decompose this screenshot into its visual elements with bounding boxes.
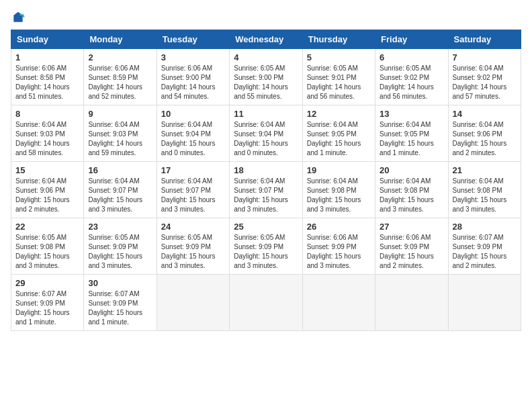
day-info: Sunrise: 6:06 AMSunset: 8:59 PMDaylight:… (88, 64, 152, 101)
day-number: 13 (380, 109, 443, 119)
day-number: 12 (307, 109, 371, 119)
day-info: Sunrise: 6:04 AMSunset: 9:04 PMDaylight:… (234, 120, 298, 158)
day-info: Sunrise: 6:04 AMSunset: 9:06 PMDaylight:… (15, 177, 79, 214)
day-number: 10 (161, 109, 225, 119)
calendar-cell: 1Sunrise: 6:06 AMSunset: 8:58 PMDaylight… (11, 49, 84, 105)
calendar-cell: 4Sunrise: 6:05 AMSunset: 9:00 PMDaylight… (230, 49, 302, 105)
day-info: Sunrise: 6:04 AMSunset: 9:08 PMDaylight:… (307, 177, 371, 214)
calendar-cell: 24Sunrise: 6:05 AMSunset: 9:09 PMDayligh… (157, 218, 229, 275)
day-header-thursday: Thursday (302, 30, 375, 49)
day-info: Sunrise: 6:04 AMSunset: 9:03 PMDaylight:… (88, 120, 152, 158)
calendar-cell: 29Sunrise: 6:07 AMSunset: 9:09 PMDayligh… (11, 275, 84, 331)
calendar-cell: 3Sunrise: 6:06 AMSunset: 9:00 PMDaylight… (157, 49, 229, 105)
calendar-cell: 19Sunrise: 6:04 AMSunset: 9:08 PMDayligh… (302, 162, 375, 218)
day-number: 6 (380, 52, 443, 62)
calendar-week-3: 15Sunrise: 6:04 AMSunset: 9:06 PMDayligh… (11, 162, 521, 218)
calendar-cell: 18Sunrise: 6:04 AMSunset: 9:07 PMDayligh… (230, 162, 302, 218)
day-info: Sunrise: 6:05 AMSunset: 9:02 PMDaylight:… (380, 64, 443, 101)
day-info: Sunrise: 6:05 AMSunset: 9:01 PMDaylight:… (307, 64, 371, 101)
day-number: 16 (88, 165, 152, 175)
calendar-cell: 20Sunrise: 6:04 AMSunset: 9:08 PMDayligh… (375, 162, 448, 218)
day-info: Sunrise: 6:05 AMSunset: 9:09 PMDaylight:… (88, 233, 152, 271)
day-info: Sunrise: 6:06 AMSunset: 9:00 PMDaylight:… (161, 64, 225, 101)
day-info: Sunrise: 6:07 AMSunset: 9:09 PMDaylight:… (15, 289, 79, 327)
day-number: 23 (88, 222, 152, 232)
day-info: Sunrise: 6:04 AMSunset: 9:07 PMDaylight:… (161, 177, 225, 214)
day-info: Sunrise: 6:05 AMSunset: 9:00 PMDaylight:… (234, 64, 298, 101)
calendar-cell: 26Sunrise: 6:06 AMSunset: 9:09 PMDayligh… (302, 218, 375, 275)
day-number: 18 (234, 165, 298, 175)
calendar-cell: 2Sunrise: 6:06 AMSunset: 8:59 PMDaylight… (84, 49, 157, 105)
day-number: 15 (15, 165, 79, 175)
calendar-cell: 17Sunrise: 6:04 AMSunset: 9:07 PMDayligh… (157, 162, 229, 218)
calendar-cell: 8Sunrise: 6:04 AMSunset: 9:03 PMDaylight… (11, 105, 84, 162)
day-header-friday: Friday (375, 30, 448, 49)
calendar-cell (375, 275, 448, 331)
day-info: Sunrise: 6:07 AMSunset: 9:09 PMDaylight:… (88, 289, 152, 327)
day-number: 9 (88, 109, 152, 119)
calendar-cell: 30Sunrise: 6:07 AMSunset: 9:09 PMDayligh… (84, 275, 157, 331)
day-number: 3 (161, 52, 225, 62)
calendar-week-1: 1Sunrise: 6:06 AMSunset: 8:58 PMDaylight… (11, 49, 521, 105)
calendar-header-row: SundayMondayTuesdayWednesdayThursdayFrid… (11, 30, 521, 49)
calendar-cell: 13Sunrise: 6:04 AMSunset: 9:05 PMDayligh… (375, 105, 448, 162)
calendar-cell: 9Sunrise: 6:04 AMSunset: 9:03 PMDaylight… (84, 105, 157, 162)
calendar-cell: 16Sunrise: 6:04 AMSunset: 9:07 PMDayligh… (84, 162, 157, 218)
calendar-cell: 27Sunrise: 6:06 AMSunset: 9:09 PMDayligh… (375, 218, 448, 275)
day-number: 5 (307, 52, 371, 62)
logo (11, 11, 25, 21)
day-info: Sunrise: 6:06 AMSunset: 9:09 PMDaylight:… (380, 233, 443, 271)
calendar-cell (448, 275, 521, 331)
calendar-cell: 25Sunrise: 6:05 AMSunset: 9:09 PMDayligh… (230, 218, 302, 275)
day-info: Sunrise: 6:04 AMSunset: 9:03 PMDaylight:… (15, 120, 79, 158)
calendar-week-2: 8Sunrise: 6:04 AMSunset: 9:03 PMDaylight… (11, 105, 521, 162)
calendar-cell: 6Sunrise: 6:05 AMSunset: 9:02 PMDaylight… (375, 49, 448, 105)
day-info: Sunrise: 6:04 AMSunset: 9:05 PMDaylight:… (380, 120, 443, 158)
day-info: Sunrise: 6:05 AMSunset: 9:08 PMDaylight:… (15, 233, 79, 271)
calendar-cell: 7Sunrise: 6:04 AMSunset: 9:02 PMDaylight… (448, 49, 521, 105)
day-info: Sunrise: 6:04 AMSunset: 9:07 PMDaylight:… (88, 177, 152, 214)
day-number: 8 (15, 109, 79, 119)
day-info: Sunrise: 6:04 AMSunset: 9:02 PMDaylight:… (453, 64, 517, 101)
day-info: Sunrise: 6:04 AMSunset: 9:08 PMDaylight:… (453, 177, 517, 214)
calendar-week-5: 29Sunrise: 6:07 AMSunset: 9:09 PMDayligh… (11, 275, 521, 331)
day-info: Sunrise: 6:04 AMSunset: 9:05 PMDaylight:… (307, 120, 371, 158)
day-number: 26 (307, 222, 371, 232)
day-number: 7 (453, 52, 517, 62)
day-number: 19 (307, 165, 371, 175)
calendar-cell: 23Sunrise: 6:05 AMSunset: 9:09 PMDayligh… (84, 218, 157, 275)
day-number: 11 (234, 109, 298, 119)
calendar-cell (230, 275, 302, 331)
day-number: 27 (380, 222, 443, 232)
calendar-cell: 5Sunrise: 6:05 AMSunset: 9:01 PMDaylight… (302, 49, 375, 105)
page-header (11, 11, 521, 21)
day-info: Sunrise: 6:06 AMSunset: 9:09 PMDaylight:… (307, 233, 371, 271)
day-number: 14 (453, 109, 517, 119)
calendar-cell (157, 275, 229, 331)
calendar-cell: 12Sunrise: 6:04 AMSunset: 9:05 PMDayligh… (302, 105, 375, 162)
day-number: 25 (234, 222, 298, 232)
day-info: Sunrise: 6:07 AMSunset: 9:09 PMDaylight:… (453, 233, 517, 271)
day-header-tuesday: Tuesday (157, 30, 229, 49)
day-header-saturday: Saturday (448, 30, 521, 49)
calendar-cell: 28Sunrise: 6:07 AMSunset: 9:09 PMDayligh… (448, 218, 521, 275)
day-number: 30 (88, 278, 152, 288)
day-info: Sunrise: 6:04 AMSunset: 9:07 PMDaylight:… (234, 177, 298, 214)
calendar-week-4: 22Sunrise: 6:05 AMSunset: 9:08 PMDayligh… (11, 218, 521, 275)
calendar-cell: 22Sunrise: 6:05 AMSunset: 9:08 PMDayligh… (11, 218, 84, 275)
calendar-cell (302, 275, 375, 331)
calendar-cell: 10Sunrise: 6:04 AMSunset: 9:04 PMDayligh… (157, 105, 229, 162)
day-number: 20 (380, 165, 443, 175)
day-number: 17 (161, 165, 225, 175)
day-info: Sunrise: 6:04 AMSunset: 9:04 PMDaylight:… (161, 120, 225, 158)
day-number: 29 (15, 278, 79, 288)
day-info: Sunrise: 6:05 AMSunset: 9:09 PMDaylight:… (234, 233, 298, 271)
day-info: Sunrise: 6:04 AMSunset: 9:06 PMDaylight:… (453, 120, 517, 158)
calendar-cell: 14Sunrise: 6:04 AMSunset: 9:06 PMDayligh… (448, 105, 521, 162)
calendar-table: SundayMondayTuesdayWednesdayThursdayFrid… (11, 30, 521, 331)
day-number: 24 (161, 222, 225, 232)
day-header-wednesday: Wednesday (230, 30, 302, 49)
calendar-cell: 11Sunrise: 6:04 AMSunset: 9:04 PMDayligh… (230, 105, 302, 162)
day-number: 1 (15, 52, 79, 62)
day-number: 21 (453, 165, 517, 175)
